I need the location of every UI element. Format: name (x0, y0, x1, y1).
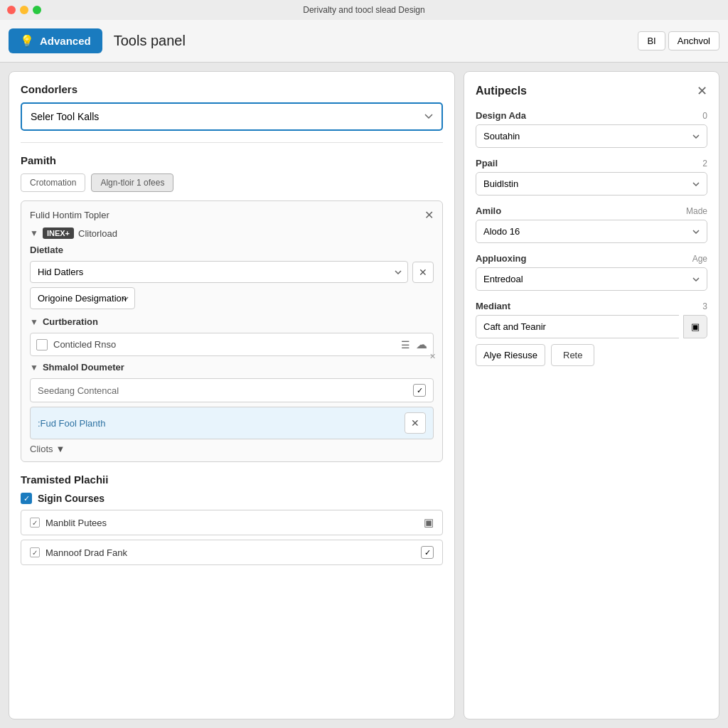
field3-count: Made (686, 206, 707, 216)
expand-chevron-icon[interactable]: ▼ (30, 228, 38, 238)
controllers-label: Condorlers (21, 83, 443, 95)
conticled-label: Conticled Rnso (53, 339, 395, 350)
fud-label: :Fud Fool Planth (38, 418, 399, 429)
field2-select[interactable]: Buidlstin (476, 172, 707, 196)
sigin-checkbox[interactable]: ✓ (21, 493, 32, 504)
titlebar: Derivalty and toocl slead Design (0, 0, 728, 20)
topbar-title: Tools panel (114, 33, 186, 49)
tramisted-section: Tramisted Plachii ✓ Sigin Courses ✓ Manb… (21, 473, 443, 565)
field5-icon-btn[interactable]: ▣ (683, 315, 707, 338)
align-icon: ☰ (401, 339, 410, 350)
topbar-right-buttons: BI Anchvol (638, 31, 719, 50)
item-row-2: ✓ Mannoof Drad Fank ✓ (21, 540, 443, 565)
field1-select[interactable]: Soutahin (476, 124, 707, 148)
dietlate-section: Dietlate Hid Datlers ✕ Origoine Desigmat… (30, 245, 434, 309)
rete-button[interactable]: Rete (551, 344, 594, 366)
cliots-row[interactable]: Cliots ▼ (30, 444, 434, 454)
curtberation-label: Curtberation (43, 316, 98, 327)
right-title: Autipecls (476, 85, 697, 97)
seedang-checkbox[interactable]: ✓ (413, 384, 426, 397)
sub-box-close[interactable]: ✕ (424, 208, 434, 222)
dietlate-label: Dietlate (30, 245, 63, 255)
bi-button[interactable]: BI (638, 31, 665, 50)
origoine-select[interactable]: Origoine Desigmation (30, 287, 135, 309)
tab-algn[interactable]: Algn-tloir 1 ofees (91, 173, 173, 192)
anchvol-button[interactable]: Anchvol (668, 31, 719, 50)
shmalol-label: Shmalol Doumeter (43, 362, 124, 373)
field5-count: 3 (702, 301, 707, 311)
item1-checkbox[interactable]: ✓ (30, 518, 40, 528)
field2-label: Ppail (476, 158, 498, 168)
sigin-courses-row: ✓ Sigin Courses (21, 493, 443, 504)
field3-label: Amilo (476, 205, 501, 216)
field3-select[interactable]: Alodo 16 (476, 220, 707, 243)
main-layout: Condorlers Seler Tool Kalls Pamith Croto… (0, 63, 728, 728)
field3-label-row: Amilo Made (476, 205, 707, 216)
bottom-row: Alye Riesuse Rete (476, 344, 707, 366)
advanced-button[interactable]: 💡 Advanced (9, 28, 102, 53)
expand-row: ▼ INEX+ Clitorload (30, 228, 434, 239)
tool-select[interactable]: Seler Tool Kalls (21, 102, 443, 131)
cliots-label: Cliots (30, 444, 53, 454)
item2-label: Mannoof Drad Fank (46, 547, 415, 558)
curtberation-section: ▼ Curtberation Conticled Rnso ☰ ☁ ✕ (30, 316, 434, 356)
seedang-row: Seedang Contencal ✓ (30, 378, 434, 402)
seedang-label: Seedang Contencal (38, 385, 413, 396)
topbar: 💡 Advanced Tools panel BI Anchvol (0, 20, 728, 63)
field5-input[interactable] (476, 315, 679, 338)
item1-label: Manblit Putees (46, 518, 418, 528)
pamith-label: Pamith (21, 154, 443, 166)
hid-datlers-select[interactable]: Hid Datlers (30, 261, 408, 283)
row-close-icon[interactable]: ✕ (429, 352, 436, 361)
field-appluoxing: Appluoxing Age Entredoal (476, 253, 707, 291)
sub-box: Fulid Hontim Topler ✕ ▼ INEX+ Clitorload… (21, 200, 443, 462)
field5-label: Mediant (476, 301, 510, 311)
field-ppail: Ppail 2 Buidlstin (476, 158, 707, 196)
field2-count: 2 (702, 159, 707, 168)
badge: INEX+ (43, 228, 74, 239)
shmalol-section: ▼ Shmalol Doumeter Seedang Contencal ✓ :… (30, 362, 434, 454)
field1-label-row: Design Ada 0 (476, 110, 707, 121)
hid-datlers-clear[interactable]: ✕ (412, 262, 434, 283)
cliots-chevron-icon: ▼ (56, 444, 65, 454)
badge-label: Clitorload (78, 228, 117, 239)
field1-count: 0 (702, 111, 707, 121)
divider-1 (21, 142, 443, 143)
origoine-row: Origoine Desigmation (30, 287, 434, 309)
fud-close[interactable]: ✕ (405, 412, 426, 434)
item-row-1: ✓ Manblit Putees ▣ (21, 510, 443, 535)
field-mediant: Mediant 3 ▣ Alye Riesuse Rete (476, 301, 707, 366)
field-design-ada: Design Ada 0 Soutahin (476, 110, 707, 148)
tabs-row: Crotomation Algn-tloir 1 ofees (21, 173, 443, 192)
curtberation-chevron[interactable]: ▼ (30, 317, 38, 327)
left-panel: Condorlers Seler Tool Kalls Pamith Croto… (9, 71, 455, 719)
right-close-button[interactable]: ✕ (697, 83, 707, 99)
icon-box (36, 339, 48, 350)
sub-box-label: Fulid Hontim Topler (30, 210, 109, 220)
field4-label: Appluoxing (476, 253, 527, 264)
tab-crotomation[interactable]: Crotomation (21, 173, 85, 192)
item1-icon: ▣ (424, 516, 434, 529)
bulb-icon: 💡 (20, 34, 34, 48)
right-header: Autipecls ✕ (476, 83, 707, 99)
shmalol-chevron[interactable]: ▼ (30, 363, 38, 373)
item2-checkbox-icon[interactable]: ✓ (421, 546, 434, 559)
field4-select[interactable]: Entredoal (476, 267, 707, 291)
hid-datlers-row: Hid Datlers ✕ (30, 261, 434, 283)
cloud-icon: ☁ (416, 338, 427, 351)
max-traffic-light[interactable] (33, 6, 41, 14)
right-panel: Autipecls ✕ Design Ada 0 Soutahin Ppail … (464, 71, 719, 719)
shmalol-header: ▼ Shmalol Doumeter (30, 362, 434, 373)
item2-checkbox[interactable]: ✓ (30, 547, 40, 557)
field5-label-row: Mediant 3 (476, 301, 707, 311)
field4-label-row: Appluoxing Age (476, 253, 707, 264)
titlebar-text: Derivalty and toocl slead Design (303, 5, 424, 15)
min-traffic-light[interactable] (20, 6, 28, 14)
tramisted-label: Tramisted Plachii (21, 473, 443, 486)
close-traffic-light[interactable] (7, 6, 16, 14)
alye-select[interactable]: Alye Riesuse (476, 344, 545, 366)
curtberation-header: ▼ Curtberation (30, 316, 434, 327)
sigin-label: Sigin Courses (38, 493, 105, 504)
advanced-label: Advanced (40, 35, 91, 47)
controlled-row: Conticled Rnso ☰ ☁ ✕ (30, 333, 434, 356)
